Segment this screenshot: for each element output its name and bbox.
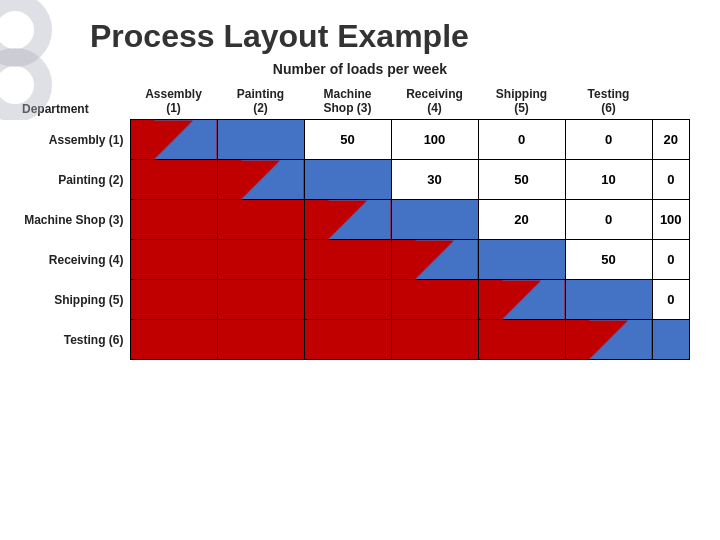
table-cell	[130, 160, 217, 200]
header-col5: Shipping(5)	[478, 83, 565, 120]
header-col1: Assembly(1)	[130, 83, 217, 120]
table-cell: 0	[652, 160, 690, 200]
table-row: Assembly (1)501000020	[20, 120, 690, 160]
table-cell: 0	[478, 120, 565, 160]
table-cell	[217, 240, 304, 280]
table-cell: 0	[565, 120, 652, 160]
table-cell	[217, 320, 304, 360]
header-col2: Painting(2)	[217, 83, 304, 120]
loads-table: Department Assembly(1) Painting(2) Machi…	[20, 83, 690, 360]
table-cell	[304, 280, 391, 320]
table-cell: 10	[565, 160, 652, 200]
table-cell	[478, 240, 565, 280]
row-label: Testing (6)	[20, 320, 130, 360]
table-cell	[130, 120, 217, 160]
table-cell	[391, 200, 478, 240]
table-cell	[565, 320, 652, 360]
table-cell	[565, 280, 652, 320]
table-cell: 20	[478, 200, 565, 240]
table-cell: 20	[652, 120, 690, 160]
table-cell	[130, 200, 217, 240]
row-label: Machine Shop (3)	[20, 200, 130, 240]
table-cell	[391, 280, 478, 320]
table-wrapper: Department Assembly(1) Painting(2) Machi…	[0, 83, 720, 360]
table-cell: 100	[652, 200, 690, 240]
table-cell	[217, 280, 304, 320]
table-cell: 100	[391, 120, 478, 160]
table-cell	[652, 320, 690, 360]
table-header-row: Department Assembly(1) Painting(2) Machi…	[20, 83, 690, 120]
table-row: Shipping (5)0	[20, 280, 690, 320]
table-cell: 0	[652, 280, 690, 320]
table-cell	[478, 320, 565, 360]
table-cell	[304, 160, 391, 200]
table-cell	[391, 320, 478, 360]
subtitle: Number of loads per week	[0, 61, 720, 77]
table-cell: 50	[304, 120, 391, 160]
table-cell	[478, 280, 565, 320]
header-col3: MachineShop (3)	[304, 83, 391, 120]
table-cell	[217, 120, 304, 160]
table-cell	[130, 320, 217, 360]
table-row: Receiving (4)500	[20, 240, 690, 280]
header-col4: Receiving(4)	[391, 83, 478, 120]
row-label: Shipping (5)	[20, 280, 130, 320]
table-cell	[304, 200, 391, 240]
table-cell	[304, 320, 391, 360]
table-cell	[130, 280, 217, 320]
table-cell	[304, 240, 391, 280]
decorative-circles	[0, 0, 80, 120]
row-label: Receiving (4)	[20, 240, 130, 280]
table-cell	[391, 240, 478, 280]
table-cell	[217, 160, 304, 200]
table-cell: 50	[478, 160, 565, 200]
table-row: Machine Shop (3)200100	[20, 200, 690, 240]
table-cell: 50	[565, 240, 652, 280]
row-label: Painting (2)	[20, 160, 130, 200]
table-cell	[217, 200, 304, 240]
table-cell: 30	[391, 160, 478, 200]
row-label: Assembly (1)	[20, 120, 130, 160]
svg-point-1	[0, 57, 43, 113]
header-col6: Testing(6)	[565, 83, 652, 120]
table-cell: 0	[565, 200, 652, 240]
table-cell	[130, 240, 217, 280]
table-cell: 0	[652, 240, 690, 280]
table-row: Painting (2)3050100	[20, 160, 690, 200]
table-row: Testing (6)	[20, 320, 690, 360]
page-title: Process Layout Example	[0, 0, 720, 61]
